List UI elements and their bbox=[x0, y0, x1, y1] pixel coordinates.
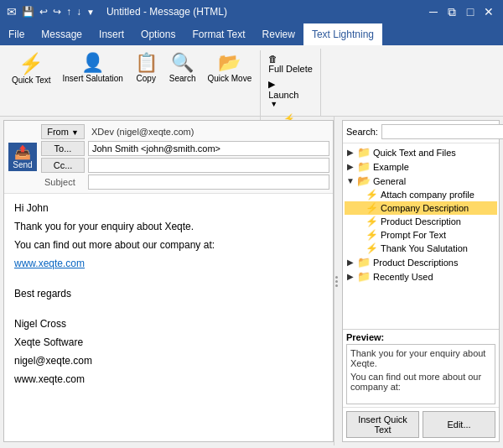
scroll-dot-2 bbox=[335, 280, 338, 283]
file-icon: ⚡ bbox=[366, 229, 378, 241]
full-delete-button[interactable]: 🗑 Full Delete bbox=[264, 52, 317, 76]
file-icon: ⚡ bbox=[366, 189, 378, 201]
from-button[interactable]: From ▼ bbox=[41, 124, 85, 139]
cc-input[interactable] bbox=[88, 158, 329, 173]
tree-item-product-desc[interactable]: ▶ ⚡ Product Description bbox=[345, 215, 497, 228]
quick-access-undo[interactable]: ↩ bbox=[39, 6, 48, 18]
tree-item-prompt-text[interactable]: ▶ ⚡ Prompt For Text bbox=[345, 228, 497, 242]
menu-bar: File Message Insert Options Format Text … bbox=[0, 23, 503, 45]
folder-open-icon: 📂 bbox=[357, 175, 371, 187]
tree-label: Product Description bbox=[381, 216, 461, 227]
quick-access-down[interactable]: ↓ bbox=[76, 6, 81, 18]
email-body[interactable]: Hi John Thank you for your enquiry about… bbox=[4, 194, 333, 441]
ribbon: ⚡ Quick Text 👤 Insert Salutation 📋 Copy … bbox=[0, 45, 503, 117]
company-link[interactable]: www.xeqte.com bbox=[14, 258, 85, 269]
insert-salutation-button[interactable]: 👤 Insert Salutation bbox=[58, 50, 128, 86]
minimize-button[interactable]: ─ bbox=[426, 4, 441, 19]
menu-text-lightning[interactable]: Text Lightning bbox=[303, 23, 382, 45]
tree-item-quick-text-files[interactable]: ▶ 📁 Quick Text and Files bbox=[345, 145, 497, 159]
quick-text-button[interactable]: ⚡ Quick Text bbox=[7, 50, 56, 88]
tree-item-thank-you[interactable]: ▶ ⚡ Thank You Salutation bbox=[345, 242, 497, 255]
app-icon: ✉ bbox=[7, 5, 17, 18]
send-button[interactable]: 📤 Send bbox=[8, 143, 37, 171]
scroll-dot-1 bbox=[335, 276, 338, 279]
tree-label: Quick Text and Files bbox=[373, 148, 456, 158]
search-label: Search: bbox=[346, 127, 378, 137]
menu-review[interactable]: Review bbox=[254, 23, 303, 45]
quick-access-save[interactable]: 💾 bbox=[22, 6, 34, 18]
tree-label: Thank You Salutation bbox=[381, 243, 468, 253]
to-input[interactable] bbox=[88, 141, 329, 156]
cc-row: Cc... bbox=[41, 158, 329, 173]
folder-icon: 📁 bbox=[357, 256, 371, 268]
close-button[interactable]: ✕ bbox=[481, 4, 496, 19]
title-text: Untitled - Message (HTML) bbox=[106, 6, 227, 18]
from-dropdown-icon: ▼ bbox=[71, 128, 79, 137]
website-text: www.xeqte.com bbox=[14, 373, 323, 385]
insert-salutation-label: Insert Salutation bbox=[63, 74, 123, 83]
copy-button[interactable]: 📋 Copy bbox=[130, 50, 163, 86]
file-icon: ⚡ bbox=[366, 242, 378, 254]
from-value: XDev (nigel@xeqte.com) bbox=[88, 125, 329, 138]
menu-options[interactable]: Options bbox=[132, 23, 184, 45]
ribbon-search-label: Search bbox=[169, 74, 196, 83]
menu-insert[interactable]: Insert bbox=[91, 23, 132, 45]
tree-arrow: ▶ bbox=[346, 162, 355, 171]
title-bar-controls: ─ ⧉ □ ✕ bbox=[426, 4, 496, 19]
preview-section: Preview: Thank you for your enquiry abou… bbox=[343, 329, 499, 407]
header-fields: From ▼ XDev (nigel@xeqte.com) To... Cc..… bbox=[41, 124, 329, 190]
menu-message[interactable]: Message bbox=[33, 23, 91, 45]
tree-label: Recently Used bbox=[373, 272, 433, 282]
greeting-text: Hi John bbox=[14, 202, 323, 214]
quick-move-button[interactable]: 📂 Quick Move bbox=[202, 50, 257, 86]
quick-access-redo[interactable]: ↪ bbox=[53, 6, 61, 18]
launch-button[interactable]: ▶ Launch ▼ bbox=[264, 77, 317, 110]
menu-format-text[interactable]: Format Text bbox=[184, 23, 253, 45]
send-label: Send bbox=[13, 160, 32, 169]
folder-icon: 📁 bbox=[357, 160, 371, 173]
quick-text-label: Quick Text bbox=[12, 76, 51, 85]
panel-buttons: Insert Quick Text Edit... bbox=[343, 407, 499, 441]
restore-button[interactable]: ⧉ bbox=[444, 4, 459, 19]
tree-item-example[interactable]: ▶ 📁 Example bbox=[345, 159, 497, 174]
edit-button[interactable]: Edit... bbox=[423, 411, 495, 438]
title-bar: ✉ 💾 ↩ ↪ ↑ ↓ ▼ Untitled - Message (HTML) … bbox=[0, 0, 503, 23]
quick-access-up[interactable]: ↑ bbox=[66, 6, 71, 18]
tree-item-company-desc[interactable]: ▶ ⚡ Company Description bbox=[345, 201, 497, 215]
tree-label: Prompt For Text bbox=[381, 230, 446, 240]
insert-quick-text-button[interactable]: Insert Quick Text bbox=[346, 411, 419, 438]
name-text: Nigel Cross bbox=[14, 318, 323, 330]
tree-item-product-descriptions[interactable]: ▶ 📁 Product Descriptions bbox=[345, 255, 497, 269]
thank-you-text: Thank you for your enquiry about Xeqte. bbox=[14, 221, 323, 232]
tree-arrow: ▶ bbox=[346, 258, 355, 267]
subject-input[interactable] bbox=[88, 175, 329, 190]
tree-item-recently-used[interactable]: ▶ 📁 Recently Used bbox=[345, 269, 497, 284]
tree-arrow: ▼ bbox=[346, 176, 355, 185]
tree-item-attach-company[interactable]: ▶ ⚡ Attach company profile bbox=[345, 188, 497, 201]
quick-move-label: Quick Move bbox=[207, 74, 252, 83]
cc-button[interactable]: Cc... bbox=[41, 158, 85, 173]
right-panel: Search: 🔍 ▶ 📁 Quick Text and Files ▶ 📁 E… bbox=[342, 120, 500, 442]
insert-salutation-icon: 👤 bbox=[81, 54, 104, 72]
quick-access-more[interactable]: ▼ bbox=[86, 8, 95, 17]
tree-arrow: ▶ bbox=[346, 272, 355, 281]
maximize-button[interactable]: □ bbox=[463, 4, 478, 19]
title-bar-left: ✉ 💾 ↩ ↪ ↑ ↓ ▼ Untitled - Message (HTML) bbox=[7, 5, 227, 18]
quick-move-icon: 📂 bbox=[218, 54, 241, 72]
to-button[interactable]: To... bbox=[41, 141, 85, 156]
ribbon-search-button[interactable]: 🔍 Search bbox=[164, 50, 201, 86]
ribbon-search-icon: 🔍 bbox=[171, 54, 194, 72]
preview-text-1: Thank you for your enquiry about Xeqte. bbox=[350, 348, 491, 368]
ribbon-group-text-lightning: ⚡ Quick Text 👤 Insert Salutation 📋 Copy … bbox=[5, 49, 321, 116]
search-input[interactable] bbox=[381, 124, 503, 139]
preview-box: Thank you for your enquiry about Xeqte. … bbox=[346, 344, 495, 404]
menu-file[interactable]: File bbox=[0, 23, 33, 45]
tree-label: Product Descriptions bbox=[373, 258, 459, 268]
search-row: Search: 🔍 bbox=[343, 121, 499, 143]
launch-label: Launch bbox=[268, 90, 298, 100]
folder-icon: 📁 bbox=[357, 146, 371, 159]
company-text: Xeqte Software bbox=[14, 336, 323, 348]
copy-label: Copy bbox=[137, 74, 156, 83]
tree-item-general[interactable]: ▼ 📂 General bbox=[345, 174, 497, 188]
tree-label: Example bbox=[373, 162, 409, 172]
